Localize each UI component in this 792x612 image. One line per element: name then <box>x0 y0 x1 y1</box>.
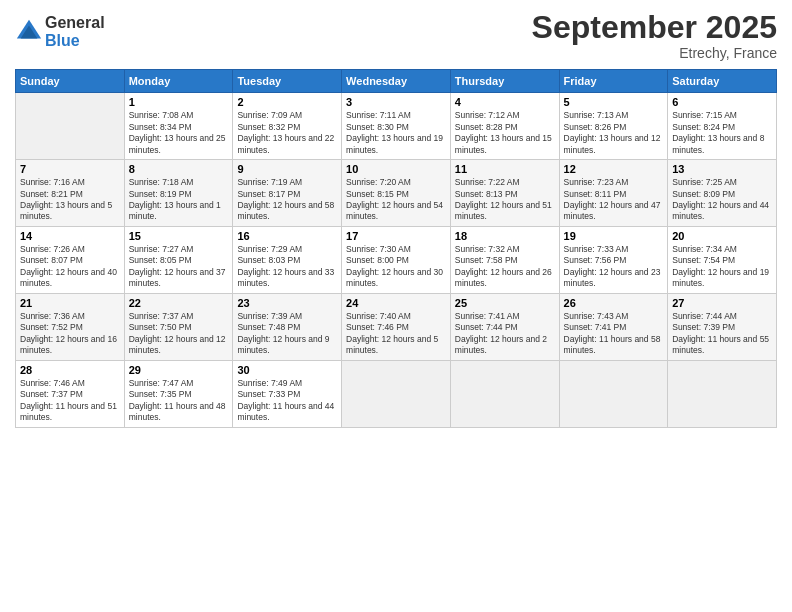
day-info: Sunrise: 7:09 AMSunset: 8:32 PMDaylight:… <box>237 110 337 156</box>
weekday-header: Tuesday <box>233 70 342 93</box>
day-info: Sunrise: 7:40 AMSunset: 7:46 PMDaylight:… <box>346 311 446 357</box>
calendar-cell: 6Sunrise: 7:15 AMSunset: 8:24 PMDaylight… <box>668 93 777 160</box>
day-number: 10 <box>346 163 446 175</box>
calendar-cell: 28Sunrise: 7:46 AMSunset: 7:37 PMDayligh… <box>16 360 125 427</box>
day-info: Sunrise: 7:18 AMSunset: 8:19 PMDaylight:… <box>129 177 229 223</box>
calendar-cell: 17Sunrise: 7:30 AMSunset: 8:00 PMDayligh… <box>342 226 451 293</box>
calendar-cell: 22Sunrise: 7:37 AMSunset: 7:50 PMDayligh… <box>124 293 233 360</box>
weekday-header: Monday <box>124 70 233 93</box>
logo-general-text: General <box>45 14 105 32</box>
calendar-cell: 25Sunrise: 7:41 AMSunset: 7:44 PMDayligh… <box>450 293 559 360</box>
day-number: 4 <box>455 96 555 108</box>
day-number: 6 <box>672 96 772 108</box>
calendar-cell: 12Sunrise: 7:23 AMSunset: 8:11 PMDayligh… <box>559 160 668 227</box>
day-info: Sunrise: 7:19 AMSunset: 8:17 PMDaylight:… <box>237 177 337 223</box>
day-number: 1 <box>129 96 229 108</box>
calendar-cell: 3Sunrise: 7:11 AMSunset: 8:30 PMDaylight… <box>342 93 451 160</box>
calendar-cell: 16Sunrise: 7:29 AMSunset: 8:03 PMDayligh… <box>233 226 342 293</box>
logo: General Blue <box>15 14 105 49</box>
day-number: 2 <box>237 96 337 108</box>
day-info: Sunrise: 7:37 AMSunset: 7:50 PMDaylight:… <box>129 311 229 357</box>
day-number: 27 <box>672 297 772 309</box>
day-number: 3 <box>346 96 446 108</box>
calendar-cell <box>450 360 559 427</box>
day-info: Sunrise: 7:41 AMSunset: 7:44 PMDaylight:… <box>455 311 555 357</box>
day-number: 22 <box>129 297 229 309</box>
day-info: Sunrise: 7:12 AMSunset: 8:28 PMDaylight:… <box>455 110 555 156</box>
calendar-cell <box>668 360 777 427</box>
calendar-week-row: 14Sunrise: 7:26 AMSunset: 8:07 PMDayligh… <box>16 226 777 293</box>
calendar-cell: 24Sunrise: 7:40 AMSunset: 7:46 PMDayligh… <box>342 293 451 360</box>
calendar-cell: 15Sunrise: 7:27 AMSunset: 8:05 PMDayligh… <box>124 226 233 293</box>
calendar-cell <box>16 93 125 160</box>
day-number: 7 <box>20 163 120 175</box>
day-info: Sunrise: 7:11 AMSunset: 8:30 PMDaylight:… <box>346 110 446 156</box>
month-title: September 2025 <box>532 10 777 45</box>
day-number: 29 <box>129 364 229 376</box>
day-info: Sunrise: 7:25 AMSunset: 8:09 PMDaylight:… <box>672 177 772 223</box>
page: General Blue September 2025 Etrechy, Fra… <box>0 0 792 612</box>
day-number: 24 <box>346 297 446 309</box>
day-number: 19 <box>564 230 664 242</box>
calendar-cell: 19Sunrise: 7:33 AMSunset: 7:56 PMDayligh… <box>559 226 668 293</box>
day-info: Sunrise: 7:15 AMSunset: 8:24 PMDaylight:… <box>672 110 772 156</box>
calendar-cell: 4Sunrise: 7:12 AMSunset: 8:28 PMDaylight… <box>450 93 559 160</box>
calendar-cell: 1Sunrise: 7:08 AMSunset: 8:34 PMDaylight… <box>124 93 233 160</box>
day-info: Sunrise: 7:23 AMSunset: 8:11 PMDaylight:… <box>564 177 664 223</box>
calendar-cell: 23Sunrise: 7:39 AMSunset: 7:48 PMDayligh… <box>233 293 342 360</box>
location: Etrechy, France <box>532 45 777 61</box>
logo-icon <box>15 18 43 46</box>
calendar-cell: 26Sunrise: 7:43 AMSunset: 7:41 PMDayligh… <box>559 293 668 360</box>
weekday-header: Sunday <box>16 70 125 93</box>
calendar-cell: 18Sunrise: 7:32 AMSunset: 7:58 PMDayligh… <box>450 226 559 293</box>
day-info: Sunrise: 7:22 AMSunset: 8:13 PMDaylight:… <box>455 177 555 223</box>
calendar-cell: 10Sunrise: 7:20 AMSunset: 8:15 PMDayligh… <box>342 160 451 227</box>
day-info: Sunrise: 7:13 AMSunset: 8:26 PMDaylight:… <box>564 110 664 156</box>
calendar-cell: 9Sunrise: 7:19 AMSunset: 8:17 PMDaylight… <box>233 160 342 227</box>
weekday-header: Thursday <box>450 70 559 93</box>
calendar-table: SundayMondayTuesdayWednesdayThursdayFrid… <box>15 69 777 427</box>
day-number: 28 <box>20 364 120 376</box>
calendar-cell: 11Sunrise: 7:22 AMSunset: 8:13 PMDayligh… <box>450 160 559 227</box>
day-info: Sunrise: 7:36 AMSunset: 7:52 PMDaylight:… <box>20 311 120 357</box>
day-info: Sunrise: 7:20 AMSunset: 8:15 PMDaylight:… <box>346 177 446 223</box>
day-info: Sunrise: 7:08 AMSunset: 8:34 PMDaylight:… <box>129 110 229 156</box>
calendar-cell: 2Sunrise: 7:09 AMSunset: 8:32 PMDaylight… <box>233 93 342 160</box>
day-number: 8 <box>129 163 229 175</box>
calendar-cell: 21Sunrise: 7:36 AMSunset: 7:52 PMDayligh… <box>16 293 125 360</box>
calendar-cell: 14Sunrise: 7:26 AMSunset: 8:07 PMDayligh… <box>16 226 125 293</box>
calendar-cell: 29Sunrise: 7:47 AMSunset: 7:35 PMDayligh… <box>124 360 233 427</box>
day-number: 13 <box>672 163 772 175</box>
day-number: 9 <box>237 163 337 175</box>
calendar-cell: 27Sunrise: 7:44 AMSunset: 7:39 PMDayligh… <box>668 293 777 360</box>
day-info: Sunrise: 7:39 AMSunset: 7:48 PMDaylight:… <box>237 311 337 357</box>
calendar-cell: 30Sunrise: 7:49 AMSunset: 7:33 PMDayligh… <box>233 360 342 427</box>
calendar-cell: 13Sunrise: 7:25 AMSunset: 8:09 PMDayligh… <box>668 160 777 227</box>
logo-blue-text: Blue <box>45 32 105 50</box>
day-info: Sunrise: 7:34 AMSunset: 7:54 PMDaylight:… <box>672 244 772 290</box>
weekday-header: Wednesday <box>342 70 451 93</box>
day-number: 30 <box>237 364 337 376</box>
header: General Blue September 2025 Etrechy, Fra… <box>15 10 777 61</box>
title-block: September 2025 Etrechy, France <box>532 10 777 61</box>
calendar-week-row: 7Sunrise: 7:16 AMSunset: 8:21 PMDaylight… <box>16 160 777 227</box>
day-info: Sunrise: 7:26 AMSunset: 8:07 PMDaylight:… <box>20 244 120 290</box>
day-number: 26 <box>564 297 664 309</box>
day-info: Sunrise: 7:32 AMSunset: 7:58 PMDaylight:… <box>455 244 555 290</box>
day-number: 25 <box>455 297 555 309</box>
calendar-cell <box>342 360 451 427</box>
day-number: 11 <box>455 163 555 175</box>
day-number: 23 <box>237 297 337 309</box>
calendar-cell: 8Sunrise: 7:18 AMSunset: 8:19 PMDaylight… <box>124 160 233 227</box>
day-number: 12 <box>564 163 664 175</box>
header-row: SundayMondayTuesdayWednesdayThursdayFrid… <box>16 70 777 93</box>
calendar-week-row: 28Sunrise: 7:46 AMSunset: 7:37 PMDayligh… <box>16 360 777 427</box>
day-info: Sunrise: 7:43 AMSunset: 7:41 PMDaylight:… <box>564 311 664 357</box>
weekday-header: Saturday <box>668 70 777 93</box>
day-info: Sunrise: 7:33 AMSunset: 7:56 PMDaylight:… <box>564 244 664 290</box>
day-number: 14 <box>20 230 120 242</box>
weekday-header: Friday <box>559 70 668 93</box>
calendar-week-row: 1Sunrise: 7:08 AMSunset: 8:34 PMDaylight… <box>16 93 777 160</box>
day-info: Sunrise: 7:46 AMSunset: 7:37 PMDaylight:… <box>20 378 120 424</box>
day-number: 20 <box>672 230 772 242</box>
